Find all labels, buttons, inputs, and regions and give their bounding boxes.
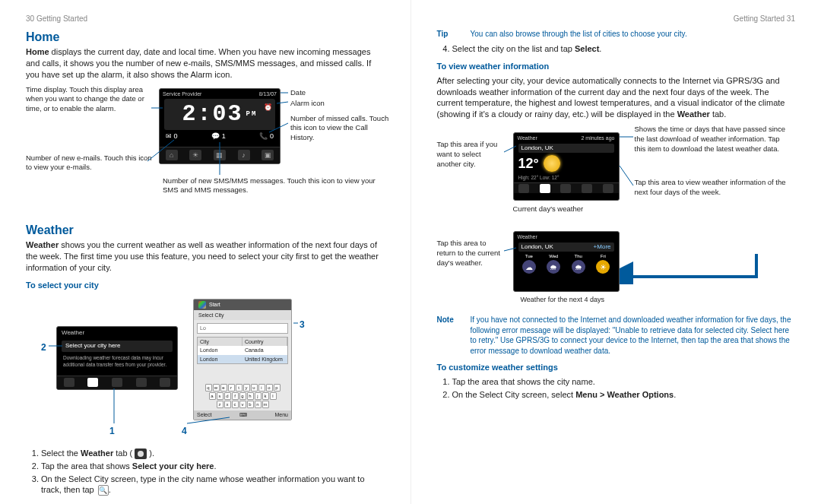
nav-icon	[112, 378, 122, 387]
page-header-right: Getting Started 31	[437, 14, 796, 24]
nav-more-icon: ▣	[262, 150, 274, 160]
screen-titlebar: Start	[194, 300, 291, 310]
home-nav-bar: ⌂ ☀ ▦ ♪ ▣	[160, 147, 280, 163]
step-4-list: Select the city on the list and tap Sele…	[452, 43, 796, 55]
nav-icon-active	[87, 378, 98, 387]
w2-title: Weather	[518, 233, 537, 240]
email-count: ✉ 0	[166, 132, 178, 141]
nav-home-icon: ⌂	[166, 150, 178, 160]
nav-icon	[160, 378, 170, 387]
home-figure: Service Provider 8/13/07 2:03 PM ⏰ ✉ 0 💬…	[26, 85, 385, 214]
tip-body: You can also browse through the list of …	[471, 29, 687, 40]
w-city: London, UK	[518, 144, 614, 154]
clock-display: 2:03 PM	[164, 99, 275, 130]
callout-time-display: Time display. Touch this display area wh…	[26, 85, 155, 114]
weather-forecast-screen: Weather London, UK +More Tue☁ Wed🌧 Thu🌧 …	[513, 231, 620, 292]
weather-tab-icon	[135, 449, 147, 459]
w-title: Weather	[518, 135, 537, 141]
city-input[interactable]: Lo	[197, 323, 288, 334]
home-body-rest: displays the current day, date and local…	[26, 47, 371, 79]
view-weather-heading: To view weather information	[437, 61, 796, 72]
w-high-low: High: 22° Low: 12°	[514, 175, 619, 182]
w2-city: London, UK	[521, 243, 553, 252]
marker-4: 4	[182, 425, 187, 437]
select-city-figure: Weather Select your city here Downloadin…	[26, 296, 385, 440]
step-3: On the Select City screen, type in the c…	[41, 474, 385, 496]
view-weather-body: After selecting your city, your device a…	[437, 75, 796, 120]
marker-3: 3	[300, 319, 305, 331]
tip-block: Tip You can also browse through the list…	[437, 29, 796, 40]
big-arrow-icon	[620, 254, 772, 284]
callout-date: Date	[290, 88, 404, 98]
callout-alarm: Alarm icon	[290, 99, 404, 109]
city-row-selected[interactable]: London United Kingdom	[198, 355, 287, 363]
nav-icon	[136, 378, 147, 387]
keyboard-icon[interactable]: ⌨	[239, 411, 247, 418]
widget-nav	[57, 376, 177, 389]
tip-label: Tip	[437, 29, 463, 40]
callout-last-download: Shows the time or days that have passed …	[635, 125, 787, 154]
sun-icon	[544, 155, 560, 172]
call-count: 📞 0	[259, 132, 274, 141]
start-label: Start	[209, 301, 220, 308]
callout-view-next: Tap this area to view weather informatio…	[635, 178, 787, 198]
clock-time: 2:03	[182, 99, 243, 130]
step-2: Tap the area that shows Select your city…	[41, 461, 385, 472]
marker-2: 2	[41, 341, 46, 353]
cloud-icon: ☁	[522, 260, 536, 274]
col-city: City	[198, 338, 242, 346]
sun-icon: ☀	[596, 260, 610, 274]
select-bottom-bar: Select ⌨ Menu	[194, 410, 291, 420]
rain-icon: 🌧	[572, 260, 585, 274]
widget-select-here: Select your city here	[62, 341, 173, 352]
w2-more: +More	[594, 243, 611, 252]
menu-button[interactable]: Menu	[274, 411, 288, 418]
cust-step-2: On the Select City screen, select Menu >…	[452, 389, 796, 401]
col-country: Country	[242, 338, 287, 346]
nav-weather-icon: ☀	[189, 150, 201, 160]
windows-icon	[198, 301, 206, 309]
date-label: 8/13/07	[259, 90, 277, 97]
svg-line-12	[620, 166, 633, 185]
sms-count: 💬 1	[211, 132, 226, 141]
select-city-steps: Select the Weather tab ( ). Tap the area…	[41, 448, 385, 496]
page-spread: 30 Getting Started Home Home displays th…	[0, 0, 821, 504]
clock-pm: PM	[246, 109, 258, 119]
w-temp: 12°	[518, 154, 539, 173]
customize-steps: Tap the area that shows the city name. O…	[452, 376, 796, 401]
note-block: Note If you have not connected to the In…	[437, 315, 796, 356]
rain-icon: 🌧	[547, 260, 560, 274]
nav-launcher-icon: ▦	[214, 150, 226, 160]
weather-current-figure: Tap this area if you want to select anot…	[437, 125, 796, 223]
weather-current-screen: Weather 2 minutes ago London, UK 12° Hig…	[513, 132, 620, 201]
search-icon	[98, 485, 109, 496]
select-button[interactable]: Select	[197, 411, 211, 418]
callout-sms: Number of new SMS/MMS messages. Touch th…	[163, 176, 391, 196]
customize-heading: To customize weather settings	[437, 362, 796, 373]
page-header-left: 30 Getting Started	[26, 14, 385, 24]
weather-forecast-figure: Tap this area to return to the current d…	[437, 231, 796, 307]
city-list: City Country London Canada London United…	[197, 337, 288, 364]
nav-icon	[64, 378, 74, 387]
callout-tap-city: Tap this area if you want to select anot…	[437, 140, 506, 169]
select-city-screen: Start Select City Lo City Country London…	[193, 299, 292, 420]
w-ago: 2 minutes ago	[582, 135, 615, 141]
onscreen-keyboard[interactable]: qwertyuiop asdfghjkl zxcvbnm	[194, 382, 291, 410]
page-31: Getting Started 31 Tip You can also brow…	[411, 0, 822, 504]
alarm-icon: ⏰	[264, 103, 272, 112]
nav-media-icon: ♪	[238, 150, 250, 160]
weather-heading: Weather	[26, 222, 385, 239]
city-row[interactable]: London Canada	[198, 346, 287, 354]
marker-1: 1	[109, 425, 115, 437]
note-body: If you have not connected to the Interne…	[471, 315, 796, 356]
cust-step-1: Tap the area that shows the city name.	[452, 376, 796, 388]
note-label: Note	[437, 315, 463, 356]
callout-emails: Number of new e-mails. Touch this icon t…	[26, 154, 155, 173]
widget-msg: Downloading weather forecast data may in…	[57, 353, 177, 370]
caption-current-day: Current day's weather	[513, 204, 584, 214]
forecast-days: Tue☁ Wed🌧 Thu🌧 Fri☀	[514, 252, 619, 276]
step-4: Select the city on the list and tap Sele…	[452, 43, 796, 55]
step-1: Select the Weather tab ( ).	[41, 448, 385, 459]
home-phone-screen: Service Provider 8/13/07 2:03 PM ⏰ ✉ 0 💬…	[159, 88, 281, 164]
weather-body-strong: Weather	[26, 240, 59, 249]
